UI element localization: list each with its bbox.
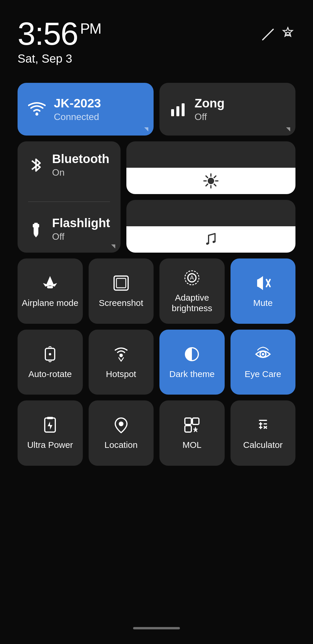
svg-line-21 bbox=[209, 234, 215, 235]
eye-care-icon bbox=[254, 345, 272, 364]
mute-label: Mute bbox=[253, 298, 273, 308]
flashlight-text: Flashlight Off bbox=[52, 216, 110, 242]
svg-rect-7 bbox=[34, 226, 38, 234]
bluetooth-icon bbox=[28, 156, 44, 174]
screenshot-icon bbox=[112, 274, 130, 292]
bluetooth-status: On bbox=[52, 167, 109, 178]
svg-line-16 bbox=[206, 176, 208, 178]
ampm-value: PM bbox=[80, 20, 101, 37]
svg-line-19 bbox=[206, 184, 208, 186]
svg-rect-4 bbox=[171, 109, 174, 116]
quick-tiles: JK-2023 Connected Zong Off bbox=[0, 74, 313, 466]
date-display: Sat, Sep 3 bbox=[18, 52, 101, 65]
airplane-tile[interactable]: Airplane mode bbox=[18, 258, 83, 324]
eye-care-tile[interactable]: Eye Care bbox=[231, 330, 296, 395]
hotspot-icon bbox=[112, 345, 130, 364]
music-tile[interactable] bbox=[126, 200, 295, 253]
svg-line-0 bbox=[263, 29, 273, 40]
time-value: 3:56 bbox=[18, 16, 78, 52]
svg-rect-25 bbox=[116, 278, 126, 288]
ultra-power-tile[interactable]: Ultra Power bbox=[18, 400, 83, 466]
hotspot-tile[interactable]: Hotspot bbox=[89, 330, 154, 395]
svg-rect-23 bbox=[47, 286, 53, 288]
svg-point-32 bbox=[49, 353, 51, 355]
flashlight-icon bbox=[28, 220, 44, 238]
row-bluetooth-sliders: Bluetooth On Flashlight Of bbox=[18, 141, 295, 253]
svg-rect-5 bbox=[176, 106, 179, 116]
cellular-icon bbox=[170, 101, 186, 117]
wifi-status: Connected bbox=[54, 112, 101, 122]
sliders-column bbox=[126, 141, 295, 253]
status-bar: 3:56PM Sat, Sep 3 bbox=[0, 0, 313, 74]
row-small-1: Airplane mode Screenshot A Adaptive brig… bbox=[18, 258, 295, 324]
screenshot-label: Screenshot bbox=[99, 298, 143, 308]
svg-line-17 bbox=[214, 184, 216, 186]
svg-rect-10 bbox=[34, 223, 38, 225]
calculator-tile[interactable]: Calculator bbox=[231, 400, 296, 466]
svg-rect-6 bbox=[182, 103, 185, 116]
slider-dark bbox=[126, 141, 295, 168]
wifi-icon bbox=[28, 102, 46, 117]
svg-point-3 bbox=[35, 113, 38, 116]
svg-point-33 bbox=[119, 354, 123, 357]
svg-point-36 bbox=[262, 353, 264, 355]
row-wifi-cellular: JK-2023 Connected Zong Off bbox=[18, 83, 295, 136]
svg-point-39 bbox=[119, 422, 123, 426]
svg-point-11 bbox=[208, 178, 214, 184]
calculator-icon bbox=[254, 416, 272, 434]
row-small-2: Auto-rotate Hotspot Dark theme bbox=[18, 330, 295, 395]
ultra-power-label: Ultra Power bbox=[27, 440, 73, 450]
status-icons bbox=[260, 26, 295, 42]
flashlight-name: Flashlight bbox=[52, 216, 110, 230]
wifi-name: JK-2023 bbox=[54, 96, 101, 110]
mol-icon: A bbox=[183, 416, 201, 434]
ultra-power-icon bbox=[41, 416, 59, 434]
settings-icon[interactable] bbox=[280, 26, 295, 42]
wifi-tile[interactable]: JK-2023 Connected bbox=[18, 83, 154, 136]
cellular-chevron bbox=[286, 127, 290, 131]
edit-icon[interactable] bbox=[260, 27, 274, 41]
slider-light bbox=[126, 168, 295, 194]
clock-display: 3:56PM bbox=[18, 18, 101, 50]
divider bbox=[28, 201, 110, 202]
cellular-tile[interactable]: Zong Off bbox=[159, 83, 295, 136]
airplane-label: Airplane mode bbox=[22, 298, 78, 308]
brightness-tile[interactable] bbox=[126, 141, 295, 194]
dark-theme-icon bbox=[183, 345, 201, 364]
adaptive-label: Adaptive brightness bbox=[162, 292, 222, 314]
music-icon bbox=[203, 231, 219, 248]
mute-tile[interactable]: Mute bbox=[231, 258, 296, 324]
bluetooth-content: Bluetooth On bbox=[28, 152, 110, 178]
flashlight-status: Off bbox=[52, 231, 110, 242]
svg-rect-38 bbox=[47, 417, 53, 419]
mute-icon bbox=[254, 274, 272, 292]
mol-tile[interactable]: A MOL bbox=[159, 400, 225, 466]
wifi-text: JK-2023 Connected bbox=[54, 96, 101, 122]
screenshot-tile[interactable]: Screenshot bbox=[89, 258, 154, 324]
location-tile[interactable]: Location bbox=[89, 400, 154, 466]
adaptive-brightness-tile[interactable]: A Adaptive brightness bbox=[159, 258, 225, 324]
calculator-label: Calculator bbox=[243, 440, 283, 450]
flashlight-content: Flashlight Off bbox=[28, 216, 110, 242]
adaptive-brightness-icon: A bbox=[183, 268, 201, 287]
location-icon bbox=[112, 416, 130, 434]
bluetooth-tile[interactable]: Bluetooth On Flashlight Of bbox=[18, 141, 121, 253]
cellular-status: Off bbox=[195, 112, 225, 122]
auto-rotate-label: Auto-rotate bbox=[28, 369, 72, 379]
svg-rect-42 bbox=[185, 426, 191, 432]
auto-rotate-tile[interactable]: Auto-rotate bbox=[18, 330, 83, 395]
dark-theme-label: Dark theme bbox=[169, 369, 215, 379]
cellular-text: Zong Off bbox=[195, 96, 225, 122]
svg-point-2 bbox=[286, 32, 290, 36]
time-block: 3:56PM Sat, Sep 3 bbox=[18, 18, 101, 65]
dark-theme-tile[interactable]: Dark theme bbox=[159, 330, 225, 395]
mol-label: MOL bbox=[183, 440, 202, 450]
bluetooth-chevron bbox=[111, 244, 115, 249]
svg-marker-9 bbox=[34, 234, 38, 237]
wifi-chevron bbox=[144, 127, 148, 131]
home-indicator[interactable] bbox=[133, 627, 180, 629]
bluetooth-name: Bluetooth bbox=[52, 152, 109, 166]
svg-rect-40 bbox=[185, 418, 191, 424]
svg-line-18 bbox=[214, 176, 216, 178]
bluetooth-text: Bluetooth On bbox=[52, 152, 109, 178]
